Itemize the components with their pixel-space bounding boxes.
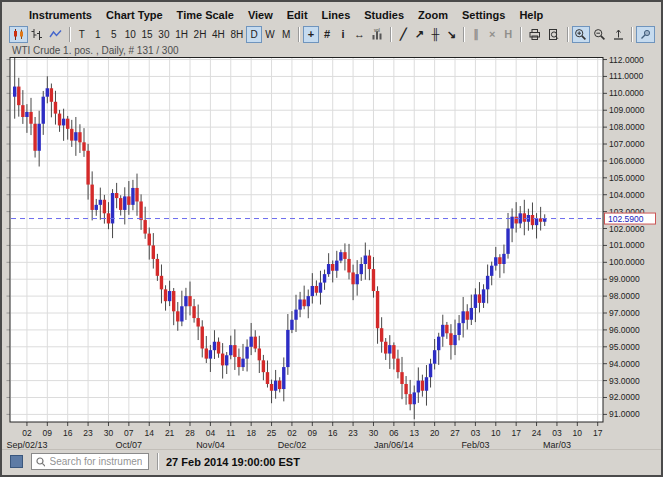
chart-application-window: InstrumentsChart TypeTime ScaleViewEditL…	[0, 0, 663, 477]
svg-text:107.0000: 107.0000	[609, 139, 645, 149]
print-icon	[528, 28, 541, 41]
svg-text:100.0000: 100.0000	[609, 257, 645, 267]
trend-line-button[interactable]: ╱	[395, 26, 411, 43]
trend-ray-button[interactable]: ↗	[411, 26, 427, 43]
svg-text:108.0000: 108.0000	[609, 122, 645, 132]
print-button[interactable]	[525, 26, 544, 43]
search-input[interactable]	[48, 455, 144, 468]
svg-text:Dec/02: Dec/02	[278, 440, 307, 449]
instrument-search-box[interactable]	[31, 453, 149, 470]
toolbar-separator	[567, 27, 568, 42]
svg-text:101.0000: 101.0000	[609, 240, 645, 250]
parallel-lines-button[interactable]: ∥	[468, 26, 484, 43]
button-label: 8H	[230, 30, 243, 40]
volume-icon: vol	[371, 28, 384, 41]
timeframe-10-button[interactable]: 10	[122, 26, 139, 43]
timeframe-1h-button[interactable]: 1H	[172, 26, 190, 43]
svg-text:09: 09	[43, 428, 53, 438]
fit-vertical-button[interactable]	[609, 26, 628, 43]
button-label: 15	[142, 30, 153, 40]
menu-time-scale[interactable]: Time Scale	[170, 8, 241, 22]
svg-text:09: 09	[308, 428, 318, 438]
button-label: D	[250, 30, 257, 40]
svg-text:96.0000: 96.0000	[609, 325, 640, 335]
svg-text:93.0000: 93.0000	[609, 376, 640, 386]
svg-text:106.0000: 106.0000	[609, 156, 645, 166]
price-chart[interactable]: 112.0000111.0000110.0000109.0000108.0000…	[2, 57, 663, 449]
toolbar-separator	[520, 27, 521, 42]
svg-text:109.0000: 109.0000	[609, 105, 645, 115]
svg-text:94.0000: 94.0000	[609, 359, 640, 369]
svg-text:Oct/07: Oct/07	[116, 440, 143, 449]
menu-chart-type[interactable]: Chart Type	[99, 8, 170, 22]
button-label: i	[342, 29, 345, 40]
parallel-channel-button[interactable]: ╫	[427, 26, 443, 43]
svg-text:23: 23	[83, 428, 93, 438]
line-chart-icon	[49, 28, 62, 41]
pin-button[interactable]	[636, 26, 655, 43]
menu-zoom[interactable]: Zoom	[411, 8, 455, 22]
svg-text:07: 07	[124, 428, 134, 438]
timeframe-4h-button[interactable]: 4H	[209, 26, 227, 43]
button-label: M	[282, 30, 290, 40]
print-preview-button[interactable]	[544, 26, 563, 43]
pin-icon	[639, 28, 652, 41]
button-label: 5	[111, 30, 117, 40]
volume-button[interactable]: vol	[368, 26, 387, 43]
timeframe-w-button[interactable]: W	[262, 26, 278, 43]
zoom-out-button[interactable]	[590, 26, 609, 43]
button-label: T	[79, 30, 85, 40]
button-label: ↔	[354, 29, 365, 40]
toolbar-separator	[69, 27, 70, 42]
workspace-icon[interactable]	[10, 455, 23, 468]
timeframe-5-button[interactable]: 5	[106, 26, 122, 43]
menu-studies[interactable]: Studies	[357, 8, 411, 22]
timeframe-d-button[interactable]: D	[246, 26, 262, 43]
svg-text:03: 03	[552, 428, 562, 438]
grid-button[interactable]: #	[319, 26, 335, 43]
snap-horizontal-button[interactable]: H	[500, 26, 516, 43]
zoom-in-icon	[574, 28, 587, 41]
svg-text:91.0000: 91.0000	[609, 409, 640, 419]
line-chart-button[interactable]	[46, 26, 65, 43]
expand-horizontal-button[interactable]: ↔	[351, 26, 368, 43]
candlestick-chart-icon	[12, 28, 25, 41]
menu-help[interactable]: Help	[512, 8, 550, 22]
crosshair-button[interactable]: +	[303, 26, 319, 43]
button-label: #	[324, 29, 330, 40]
svg-text:Feb/03: Feb/03	[461, 440, 489, 449]
search-icon	[36, 457, 45, 467]
timeframe-t-button[interactable]: T	[74, 26, 90, 43]
svg-text:18: 18	[246, 428, 256, 438]
timeframe-30-button[interactable]: 30	[156, 26, 173, 43]
timeframe-m-button[interactable]: M	[278, 26, 294, 43]
svg-text:17: 17	[511, 428, 521, 438]
delete-drawing-button[interactable]: ×	[484, 26, 500, 43]
svg-text:Mar/03: Mar/03	[543, 440, 571, 449]
menu-view[interactable]: View	[241, 8, 280, 22]
timeframe-2h-button[interactable]: 2H	[191, 26, 209, 43]
last-price-label: 102.5900	[605, 213, 656, 224]
ohlc-chart-button[interactable]	[28, 26, 47, 43]
button-label: 30	[158, 30, 169, 40]
print-preview-icon	[547, 28, 560, 41]
polyline-button[interactable]: ↘	[443, 26, 459, 43]
zoom-in-button[interactable]	[572, 26, 591, 43]
menu-instruments[interactable]: Instruments	[22, 8, 99, 22]
timeframe-15-button[interactable]: 15	[139, 26, 156, 43]
svg-text:06: 06	[389, 428, 399, 438]
menu-settings[interactable]: Settings	[455, 8, 512, 22]
svg-text:10: 10	[491, 428, 501, 438]
button-label: 1	[95, 30, 101, 40]
menu-lines[interactable]: Lines	[315, 8, 358, 22]
candlestick-chart-button[interactable]	[9, 26, 28, 43]
info-button[interactable]: i	[335, 26, 351, 43]
timeframe-8h-button[interactable]: 8H	[228, 26, 246, 43]
svg-text:Sep/02/13: Sep/02/13	[6, 440, 47, 449]
button-label: 1H	[175, 30, 188, 40]
ohlc-chart-icon	[30, 28, 43, 41]
timeframe-1-button[interactable]: 1	[90, 26, 106, 43]
button-label: W	[265, 30, 274, 40]
menu-edit[interactable]: Edit	[280, 8, 315, 22]
svg-text:97.0000: 97.0000	[609, 308, 640, 318]
